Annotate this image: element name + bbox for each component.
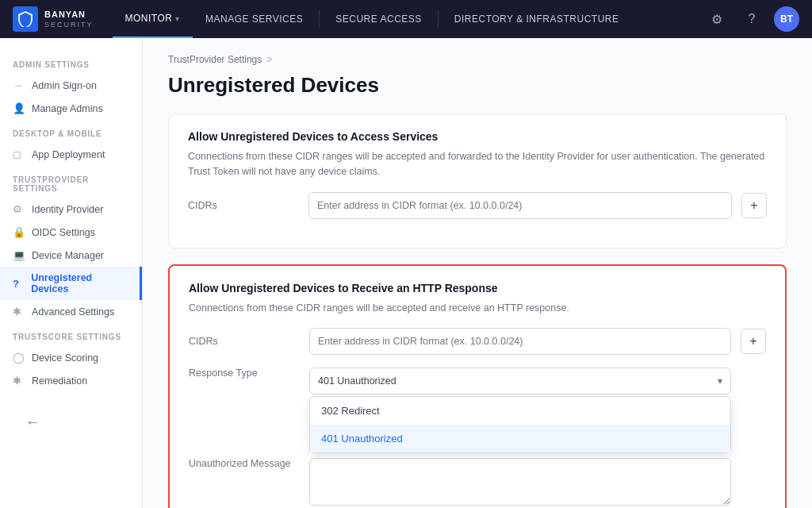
sidebar-item-identity-provider[interactable]: ⚙ Identity Provider xyxy=(0,198,142,221)
main-content: TrustProvider Settings > Unregistered De… xyxy=(143,38,812,508)
breadcrumb: TrustProvider Settings > xyxy=(168,54,787,65)
access-services-section: Allow Unregistered Devices to Access Ser… xyxy=(168,114,787,248)
nav-divider xyxy=(319,10,320,29)
sidebar-footer: ← xyxy=(0,392,142,453)
sidebar-item-app-deployment[interactable]: ◻ App Deployment xyxy=(0,143,142,166)
breadcrumb-parent[interactable]: TrustProvider Settings xyxy=(168,54,262,65)
section1-description: Connections from these CIDR ranges will … xyxy=(188,149,767,179)
sidebar: ADMIN SETTINGS → Admin Sign-on 👤 Manage … xyxy=(0,38,143,508)
sidebar-item-device-manager[interactable]: 💻 Device Manager xyxy=(0,244,142,267)
response-type-value: 401 Unauthorized xyxy=(318,375,396,387)
section2-add-button[interactable]: + xyxy=(741,329,766,354)
device-scoring-icon: ◯ xyxy=(13,352,25,364)
main-layout: ADMIN SETTINGS → Admin Sign-on 👤 Manage … xyxy=(0,38,812,508)
nav-divider-2 xyxy=(438,10,439,29)
nav-directory[interactable]: DIRECTORY & INFRASTRUCTURE xyxy=(442,0,632,38)
desktop-mobile-label: DESKTOP & MOBILE xyxy=(0,120,142,143)
response-type-dropdown[interactable]: 401 Unauthorized ▾ xyxy=(309,368,731,394)
unregistered-icon: ? xyxy=(13,278,25,290)
back-button[interactable]: ← xyxy=(13,405,129,441)
settings-icon[interactable]: ⚙ xyxy=(704,6,730,32)
section2-cidrs-row: CIDRs + xyxy=(189,328,766,355)
section2-cidr-input[interactable] xyxy=(309,328,731,355)
manage-admins-icon: 👤 xyxy=(13,102,25,114)
trustscore-settings-label: TRUSTSCORE SETTINGS xyxy=(0,323,142,346)
response-type-menu: 302 Redirect 401 Unauthorized xyxy=(309,396,731,453)
section1-cidrs-row: CIDRs + xyxy=(188,192,767,219)
nav-manage-services[interactable]: MANAGE SERVICES xyxy=(193,0,316,38)
sidebar-item-advanced-settings[interactable]: ✱ Advanced Settings xyxy=(0,300,142,323)
top-navigation: BANYAN SECURITY MONITOR ▾ MANAGE SERVICE… xyxy=(0,0,812,38)
sidebar-item-manage-admins[interactable]: 👤 Manage Admins xyxy=(0,97,142,120)
response-type-dropdown-wrapper: 401 Unauthorized ▾ 302 Redirect 401 Unau… xyxy=(309,368,731,394)
identity-provider-icon: ⚙ xyxy=(13,203,25,215)
device-manager-icon: 💻 xyxy=(13,249,25,261)
section2-title: Allow Unregistered Devices to Receive an… xyxy=(189,282,766,294)
option-302-redirect[interactable]: 302 Redirect xyxy=(310,397,730,425)
logo-icon xyxy=(13,6,38,32)
remediation-icon: ✱ xyxy=(13,375,25,387)
unauth-message-input[interactable] xyxy=(309,458,731,506)
section1-cidr-input[interactable] xyxy=(308,192,732,219)
response-type-label: Response Type xyxy=(189,368,300,379)
help-icon[interactable]: ? xyxy=(739,6,764,32)
section1-add-button[interactable]: + xyxy=(741,193,767,218)
sidebar-item-oidc-settings[interactable]: 🔒 OIDC Settings xyxy=(0,221,142,244)
nav-monitor[interactable]: MONITOR ▾ xyxy=(113,0,193,38)
sign-on-icon: → xyxy=(13,79,25,91)
section1-cidrs-label: CIDRs xyxy=(188,200,299,211)
http-response-section: Allow Unregistered Devices to Receive an… xyxy=(168,264,787,509)
breadcrumb-separator: > xyxy=(266,54,272,65)
admin-settings-label: ADMIN SETTINGS xyxy=(0,51,142,74)
section2-description: Connections from these CIDR ranges will … xyxy=(189,301,766,316)
nav-right-actions: ⚙ ? BT xyxy=(704,6,799,32)
response-type-row: Response Type 401 Unauthorized ▾ 302 Red… xyxy=(189,368,766,394)
section1-title: Allow Unregistered Devices to Access Ser… xyxy=(188,130,767,143)
app-deployment-icon: ◻ xyxy=(13,148,25,160)
sidebar-item-remediation[interactable]: ✱ Remediation xyxy=(0,369,142,392)
sidebar-item-unregistered-devices[interactable]: ? Unregistered Devices xyxy=(0,267,142,300)
advanced-settings-icon: ✱ xyxy=(13,306,25,318)
dropdown-chevron-icon: ▾ xyxy=(718,375,722,387)
logo-text-block: BANYAN SECURITY xyxy=(44,10,94,28)
chevron-down-icon: ▾ xyxy=(175,14,180,23)
oidc-icon: 🔒 xyxy=(13,226,25,238)
sidebar-item-admin-sign-on[interactable]: → Admin Sign-on xyxy=(0,74,142,97)
page-title: Unregistered Devices xyxy=(168,73,787,98)
logo: BANYAN SECURITY xyxy=(13,6,94,32)
nav-menu: MONITOR ▾ MANAGE SERVICES SECURE ACCESS … xyxy=(113,0,704,38)
option-401-unauthorized[interactable]: 401 Unauthorized xyxy=(310,425,730,452)
unauth-message-label: Unauthorized Message xyxy=(189,458,300,469)
nav-secure-access[interactable]: SECURE ACCESS xyxy=(323,0,435,38)
user-avatar[interactable]: BT xyxy=(774,6,799,32)
trustprovider-settings-label: TRUSTPROVIDER SETTINGS xyxy=(0,166,142,198)
section2-cidrs-label: CIDRs xyxy=(189,336,300,347)
sidebar-item-device-scoring[interactable]: ◯ Device Scoring xyxy=(0,346,142,369)
unauth-message-row: Unauthorized Message xyxy=(189,458,766,506)
